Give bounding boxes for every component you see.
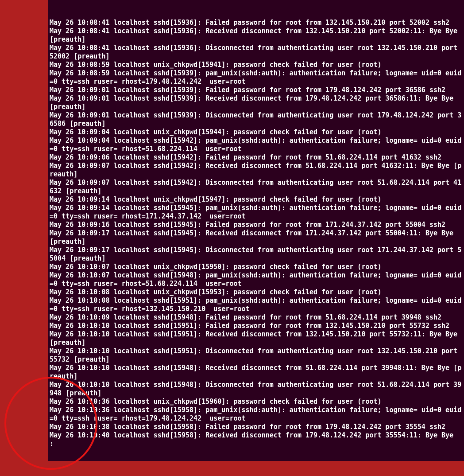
terminal-window[interactable]: May 26 10:08:41 localhost sshd[15936]: F…	[48, 0, 464, 461]
terminal-output: May 26 10:08:41 localhost sshd[15936]: F…	[50, 19, 462, 448]
